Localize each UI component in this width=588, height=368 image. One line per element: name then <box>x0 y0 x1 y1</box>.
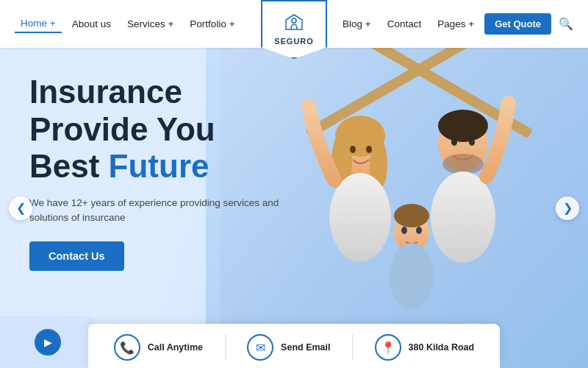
info-divider-1 <box>225 334 226 361</box>
svg-point-16 <box>431 171 495 263</box>
address-label: 380 Kilda Road <box>409 342 475 353</box>
next-arrow[interactable]: ❯ <box>556 197 579 220</box>
info-divider-2 <box>352 334 353 361</box>
hero-content: Insurance Provide You Best Future We hav… <box>29 74 279 271</box>
nav-item-contact[interactable]: Contact <box>381 15 428 32</box>
svg-point-13 <box>442 154 484 174</box>
logo-icon <box>284 13 304 35</box>
navbar: Home + About us Services + Portfolio + S… <box>0 0 588 48</box>
contact-us-button[interactable]: Contact Us <box>29 241 124 271</box>
hero-title: Insurance Provide You Best Future <box>29 74 279 185</box>
nav-right: Blog + Contact Pages + Get Quote 🔍 <box>337 13 573 35</box>
logo-text: SEGURO <box>274 37 314 46</box>
info-item-call: 📞 Call Anytime <box>114 334 203 361</box>
play-button[interactable]: ▶ <box>35 329 61 355</box>
nav-item-blog[interactable]: Blog + <box>337 15 377 32</box>
svg-point-20 <box>416 227 422 234</box>
nav-item-about[interactable]: About us <box>66 15 117 32</box>
hero-subtitle: We have 12+ years of experience providin… <box>29 196 279 226</box>
email-icon: ✉ <box>247 334 273 361</box>
phone-icon: 📞 <box>114 334 140 361</box>
svg-point-18 <box>394 204 429 227</box>
nav-item-home[interactable]: Home + <box>15 15 62 33</box>
svg-point-21 <box>390 243 434 309</box>
hero-section: ❮ ❯ Insurance Provide You Best Future We… <box>0 48 588 368</box>
nav-item-pages[interactable]: Pages + <box>431 15 480 32</box>
prev-arrow[interactable]: ❮ <box>9 197 32 220</box>
svg-point-8 <box>350 146 356 153</box>
logo[interactable]: SEGURO <box>261 0 327 59</box>
call-label: Call Anytime <box>148 342 203 353</box>
svg-point-0 <box>292 18 296 23</box>
search-icon[interactable]: 🔍 <box>559 17 573 31</box>
svg-point-19 <box>401 227 407 234</box>
info-bar: 📞 Call Anytime ✉ Send Email 📍 380 Kilda … <box>88 324 500 368</box>
nav-item-services[interactable]: Services + <box>121 15 179 32</box>
video-preview: ▶ <box>0 316 96 368</box>
svg-point-9 <box>366 146 372 153</box>
nav-left: Home + About us Services + Portfolio + <box>15 15 241 33</box>
nav-item-portfolio[interactable]: Portfolio + <box>184 15 240 32</box>
location-icon: 📍 <box>375 334 401 361</box>
info-item-address: 📍 380 Kilda Road <box>375 334 475 361</box>
svg-point-14 <box>451 138 457 146</box>
get-quote-button[interactable]: Get Quote <box>484 13 551 35</box>
email-label: Send Email <box>281 342 330 353</box>
svg-point-15 <box>469 138 475 146</box>
svg-point-12 <box>438 110 488 142</box>
info-item-email: ✉ Send Email <box>247 334 330 361</box>
